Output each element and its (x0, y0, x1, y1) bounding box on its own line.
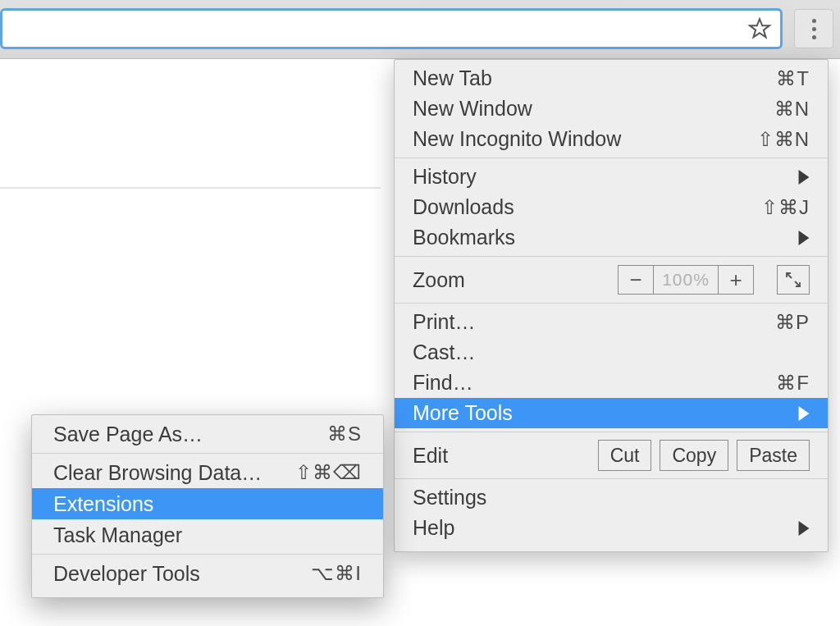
menu-item-label: Downloads (413, 195, 752, 219)
menu-item-label: History (413, 165, 792, 189)
menu-item-label: Settings (413, 486, 810, 509)
menu-item-label: More Tools (413, 401, 792, 425)
paste-button[interactable]: Paste (737, 440, 810, 471)
cut-button[interactable]: Cut (598, 440, 652, 471)
edit-label: Edit (413, 444, 598, 468)
menu-item-shortcut: ⌘N (752, 98, 810, 121)
svg-marker-2 (799, 231, 810, 245)
submenu-arrow-icon (798, 170, 810, 185)
menu-item-label: Print… (413, 310, 752, 334)
menu-item-shortcut: ⌘T (752, 67, 810, 90)
menu-item-save-page-as[interactable]: Save Page As… ⌘S (32, 418, 383, 450)
menu-item-label: Cast… (413, 340, 810, 364)
menu-section: Settings Help (395, 479, 828, 551)
menu-item-label: Find… (413, 371, 752, 395)
copy-label: Copy (672, 445, 716, 467)
edit-buttons: Cut Copy Paste (598, 440, 810, 471)
menu-item-label: Clear Browsing Data… (53, 461, 295, 485)
menu-item-clear-browsing-data[interactable]: Clear Browsing Data… ⇧⌘⌫ (32, 457, 383, 488)
menu-item-new-incognito[interactable]: New Incognito Window ⇧⌘N (395, 124, 828, 154)
menu-item-label: Bookmarks (413, 226, 792, 249)
menu-item-new-window[interactable]: New Window ⌘N (395, 94, 828, 124)
fullscreen-icon (785, 272, 801, 288)
menu-item-find[interactable]: Find… ⌘F (395, 368, 828, 398)
chrome-main-menu: New Tab ⌘T New Window ⌘N New Incognito W… (394, 59, 829, 552)
menu-item-shortcut: ⌥⌘I (304, 562, 362, 585)
paste-label: Paste (749, 445, 797, 467)
zoom-controls: − 100% + (618, 265, 810, 295)
three-dots-vertical-icon (812, 19, 816, 39)
fullscreen-button[interactable] (777, 265, 810, 295)
copy-button[interactable]: Copy (660, 440, 728, 471)
browser-toolbar-bg (0, 0, 840, 59)
submenu-arrow-icon (798, 406, 810, 421)
menu-item-print[interactable]: Print… ⌘P (395, 307, 828, 337)
menu-item-developer-tools[interactable]: Developer Tools ⌥⌘I (32, 558, 383, 589)
menu-item-label: Save Page As… (53, 423, 304, 446)
chrome-menu-button[interactable] (794, 9, 833, 48)
menu-item-bookmarks[interactable]: Bookmarks (395, 222, 828, 253)
menu-item-label: New Window (413, 97, 752, 121)
menu-item-label: Developer Tools (53, 562, 304, 586)
menu-item-edit: Edit Cut Copy Paste (395, 432, 828, 478)
zoom-percent: 100% (654, 265, 718, 295)
menu-item-extensions[interactable]: Extensions (32, 488, 383, 519)
menu-item-help[interactable]: Help (395, 513, 828, 543)
menu-item-settings[interactable]: Settings (395, 482, 828, 513)
menu-item-history[interactable]: History (395, 162, 828, 192)
menu-item-shortcut: ⇧⌘⌫ (295, 461, 362, 484)
plus-icon: + (729, 267, 742, 293)
svg-marker-1 (799, 170, 810, 185)
page-divider (0, 187, 381, 189)
menu-section: Print… ⌘P Cast… Find… ⌘F More Tools (395, 304, 828, 432)
cut-label: Cut (610, 445, 640, 467)
minus-icon: − (629, 267, 641, 293)
menu-item-shortcut: ⇧⌘N (752, 128, 810, 151)
menu-item-shortcut: ⌘S (304, 423, 362, 446)
menu-item-label: New Incognito Window (413, 127, 752, 151)
menu-item-more-tools[interactable]: More Tools (395, 398, 828, 428)
svg-marker-0 (750, 19, 769, 37)
more-tools-submenu: Save Page As… ⌘S Clear Browsing Data… ⇧⌘… (31, 414, 384, 598)
menu-section: New Tab ⌘T New Window ⌘N New Incognito W… (395, 60, 828, 158)
zoom-out-button[interactable]: − (618, 265, 654, 295)
menu-item-label: New Tab (413, 66, 752, 90)
address-bar[interactable] (0, 8, 783, 49)
zoom-in-button[interactable]: + (718, 265, 754, 295)
menu-section: History Downloads ⇧⌘J Bookmarks (395, 158, 828, 256)
menu-item-label: Help (413, 516, 792, 540)
menu-item-shortcut: ⌘P (752, 311, 810, 334)
menu-item-cast[interactable]: Cast… (395, 337, 828, 368)
menu-item-downloads[interactable]: Downloads ⇧⌘J (395, 192, 828, 222)
svg-marker-5 (799, 406, 810, 421)
browser-toolbar (0, 5, 840, 53)
menu-item-zoom: Zoom − 100% + (395, 257, 828, 303)
menu-item-shortcut: ⇧⌘J (752, 196, 810, 219)
menu-section: Save Page As… ⌘S (32, 415, 383, 453)
menu-item-task-manager[interactable]: Task Manager (32, 519, 383, 551)
menu-section: Clear Browsing Data… ⇧⌘⌫ Extensions Task… (32, 454, 383, 554)
menu-item-label: Task Manager (53, 523, 362, 547)
menu-item-shortcut: ⌘F (752, 372, 810, 395)
bookmark-star-icon[interactable] (747, 16, 772, 41)
zoom-label: Zoom (413, 268, 618, 292)
menu-item-label: Extensions (53, 492, 362, 516)
menu-section: Developer Tools ⌥⌘I (32, 555, 383, 597)
submenu-arrow-icon (798, 231, 810, 245)
submenu-arrow-icon (798, 521, 810, 536)
menu-item-new-tab[interactable]: New Tab ⌘T (395, 63, 828, 94)
svg-marker-6 (799, 521, 810, 536)
